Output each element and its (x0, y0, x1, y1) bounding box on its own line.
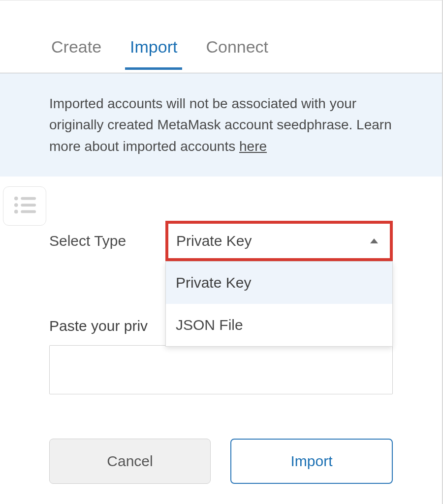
button-row: Cancel Import (0, 439, 442, 484)
tab-import[interactable]: Import (128, 37, 179, 69)
select-type-label: Select Type (49, 233, 148, 249)
option-private-key[interactable]: Private Key (166, 262, 392, 304)
svg-rect-5 (21, 210, 36, 213)
info-banner: Imported accounts will not be associated… (0, 73, 442, 177)
private-key-input[interactable] (49, 345, 393, 394)
select-type-row: Select Type Private Key Private Key JSON… (0, 221, 442, 261)
list-icon (13, 195, 36, 217)
tab-create[interactable]: Create (49, 37, 103, 69)
info-learn-more-link[interactable]: here (239, 139, 267, 154)
tab-bar: Create Import Connect (0, 0, 442, 73)
import-button[interactable]: Import (230, 439, 393, 484)
tab-connect[interactable]: Connect (204, 37, 270, 69)
select-type-options: Private Key JSON File (165, 261, 393, 347)
list-icon-button[interactable] (3, 186, 46, 226)
svg-rect-1 (21, 197, 36, 200)
option-json-file[interactable]: JSON File (166, 304, 392, 346)
caret-up-icon (370, 238, 378, 243)
svg-point-2 (14, 203, 18, 207)
info-text: Imported accounts will not be associated… (49, 96, 392, 154)
select-type-wrap: Private Key Private Key JSON File (165, 221, 393, 261)
svg-rect-3 (21, 204, 36, 207)
import-account-panel: Create Import Connect Imported accounts … (0, 0, 443, 504)
select-type-dropdown[interactable]: Private Key (165, 221, 393, 261)
svg-point-0 (14, 197, 18, 201)
select-type-value: Private Key (176, 233, 252, 249)
cancel-button[interactable]: Cancel (49, 439, 211, 484)
svg-point-4 (14, 210, 18, 214)
